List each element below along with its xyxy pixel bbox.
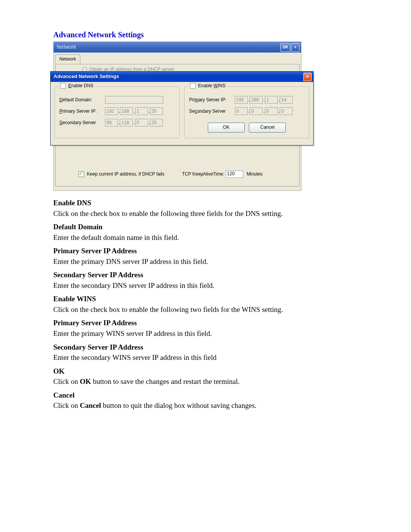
description-body: Enter the secondary WINS server IP addre…: [53, 352, 362, 363]
advanced-network-settings-dialog: Advanced Network Settings × Enable DNS D…: [50, 71, 314, 145]
wins-primary-oct1[interactable]: 192: [235, 96, 248, 104]
keepalive-label: TCP KeepAliveTime:: [182, 171, 224, 177]
wins-legend: Enable WINS: [188, 83, 227, 89]
keep-ip-checkbox[interactable]: [78, 171, 84, 177]
description-body: Enter the primary WINS server IP address…: [53, 328, 362, 339]
description-heading: OK: [53, 366, 362, 377]
description-block: Enable WINSClick on the check box to ena…: [53, 294, 362, 315]
tab-network[interactable]: Network: [55, 54, 80, 64]
description-heading: Default Domain: [53, 222, 362, 232]
description-block: Secondary Server IP AddressEnter the sec…: [53, 342, 362, 363]
description-body: Enter the default domain name in this fi…: [53, 232, 362, 243]
dns-secondary-oct4[interactable]: 20: [150, 119, 163, 126]
titlebar-close-button[interactable]: ×: [291, 43, 299, 52]
default-domain-label: Default Domain:: [59, 97, 105, 102]
network-window-title: Network: [54, 44, 76, 50]
description-body: Click on Cancel button to quit the dialo…: [53, 400, 362, 411]
dns-secondary-oct3[interactable]: 0: [135, 119, 148, 126]
keep-ip-label: Keep current IP address, if DHCP fails: [87, 171, 164, 177]
dns-primary-label: Primary Server IP:: [59, 109, 105, 114]
description-block: OKClick on OK button to save the changes…: [53, 366, 362, 387]
keepalive-input[interactable]: 120: [226, 171, 243, 178]
titlebar-ok-button[interactable]: OK: [280, 43, 290, 52]
description-body: Click on the check box to enable the fol…: [53, 208, 362, 219]
description-heading: Secondary Server IP Address: [53, 270, 362, 280]
dns-secondary-oct2[interactable]: 118: [120, 119, 133, 126]
dns-primary-oct3[interactable]: 1: [135, 107, 148, 115]
wins-secondary-oct4[interactable]: 0: [280, 107, 293, 115]
description-body: Click on OK button to save the changes a…: [53, 376, 362, 387]
wins-secondary-oct1[interactable]: 0: [235, 107, 248, 115]
description-heading: Enable WINS: [53, 294, 362, 304]
wins-primary-label: Primary Server IP:: [189, 97, 235, 102]
tab-strip: Network: [54, 53, 301, 64]
description-block: Secondary Server IP AddressEnter the sec…: [53, 270, 362, 291]
wins-secondary-oct3[interactable]: 0: [265, 107, 278, 115]
description-block: Primary Server IP AddressEnter the prima…: [53, 246, 362, 267]
network-titlebar: Network OK ×: [54, 42, 301, 53]
enable-dns-label: Enable DNS: [68, 83, 93, 88]
dns-secondary-label: Secondary Server: [59, 120, 105, 125]
description-block: Enable DNSClick on the check box to enab…: [53, 198, 362, 219]
dns-primary-oct2[interactable]: 168: [120, 107, 133, 115]
description-body: Click on the check box to enable the fol…: [53, 304, 362, 315]
description-heading: Secondary Server IP Address: [53, 342, 362, 353]
wins-primary-oct2[interactable]: 168: [250, 96, 263, 104]
wins-primary-oct3[interactable]: 1: [265, 96, 278, 104]
dns-group: Enable DNS Default Domain: Primary Serve…: [54, 86, 180, 138]
description-section: Enable DNSClick on the check box to enab…: [53, 198, 362, 411]
wins-secondary-label: Secondary Server: [189, 109, 235, 114]
dialog-title: Advanced Network Settings: [51, 73, 119, 79]
default-domain-input[interactable]: [105, 96, 163, 104]
screenshot-composite: Network OK × Network Obtain an IP addres…: [53, 42, 301, 191]
dialog-close-button[interactable]: ×: [303, 73, 312, 81]
section-title: Advanced Network Settings: [53, 30, 362, 39]
description-block: Default DomainEnter the default domain n…: [53, 222, 362, 243]
keepalive-unit: Minutes: [247, 171, 263, 177]
description-block: Primary Server IP AddressEnter the prima…: [53, 318, 362, 339]
wins-secondary-oct2[interactable]: 0: [250, 107, 263, 115]
ok-button[interactable]: OK: [208, 123, 245, 133]
enable-wins-checkbox[interactable]: [190, 83, 196, 89]
dialog-titlebar: Advanced Network Settings ×: [51, 72, 313, 82]
description-body: Enter the primary DNS server IP address …: [53, 256, 362, 267]
description-body: Enter the secondary DNS server IP addres…: [53, 280, 362, 291]
description-heading: Primary Server IP Address: [53, 318, 362, 328]
dns-primary-oct1[interactable]: 192: [105, 107, 118, 115]
wins-primary-oct4[interactable]: 14: [280, 96, 293, 104]
enable-dns-checkbox[interactable]: [60, 83, 66, 89]
dns-secondary-oct1[interactable]: 66: [105, 119, 118, 126]
description-block: CancelClick on Cancel button to quit the…: [53, 390, 362, 411]
cancel-button[interactable]: Cancel: [249, 123, 286, 133]
dns-primary-oct4[interactable]: 20: [150, 107, 163, 115]
dns-legend: Enable DNS: [59, 83, 95, 89]
dialog-body: Enable DNS Default Domain: Primary Serve…: [51, 82, 313, 145]
description-heading: Enable DNS: [53, 198, 362, 208]
description-heading: Cancel: [53, 390, 362, 401]
enable-wins-label: Enable WINS: [198, 83, 225, 88]
wins-group: Enable WINS Primary Server IP: 192. 168.…: [184, 86, 309, 138]
description-heading: Primary Server IP Address: [53, 246, 362, 256]
